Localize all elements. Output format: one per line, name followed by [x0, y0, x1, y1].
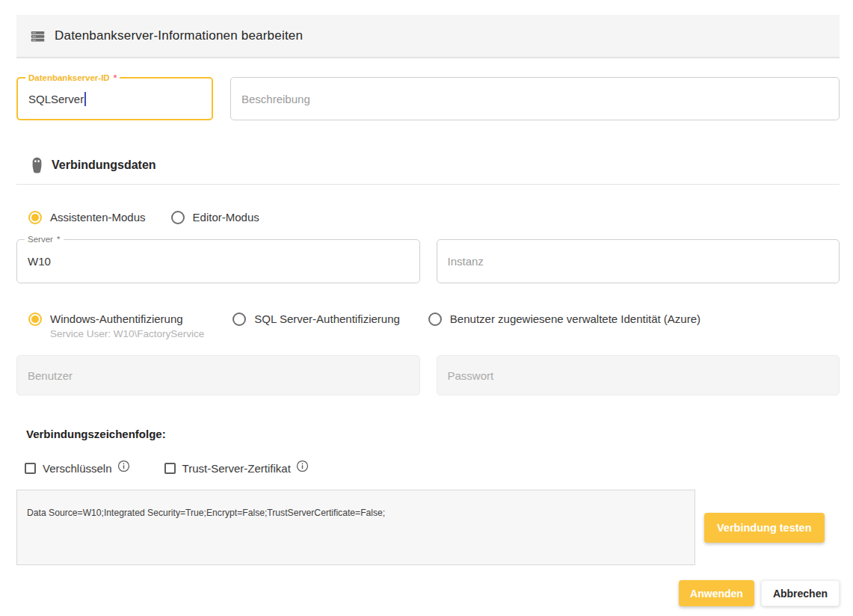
radio-label: Editor-Modus: [193, 210, 259, 224]
checkbox-box: [25, 463, 36, 474]
page-title: Datenbankserver-Informationen bearbeiten: [55, 28, 303, 43]
radio-editor-mode[interactable]: Editor-Modus: [171, 210, 259, 224]
radio-circle: [171, 211, 185, 224]
checkbox-label: Trust-Server-Zertifikat: [182, 462, 291, 475]
service-user-subtext: Service User: W10\FactoryService: [50, 327, 204, 341]
description-field[interactable]: Beschreibung: [230, 77, 840, 120]
radio-circle: [428, 312, 442, 326]
storage-icon: [30, 28, 46, 44]
server-value: W10: [28, 255, 51, 268]
database-server-id-label: Datenbankserver-ID: [28, 73, 110, 82]
password-placeholder: Passwort: [448, 369, 494, 382]
radio-circle: [28, 211, 42, 224]
user-field: Benutzer: [16, 355, 420, 395]
section-title-connection-data: Verbindungsdaten: [52, 158, 156, 172]
instance-placeholder: Instanz: [448, 255, 484, 268]
info-icon[interactable]: [296, 460, 309, 472]
radio-azure-managed-identity[interactable]: Benutzer zugewiesene verwaltete Identitä…: [428, 312, 700, 326]
cancel-button[interactable]: Abbrechen: [761, 580, 840, 606]
checkbox-encrypt[interactable]: Verschlüsseln: [25, 460, 130, 477]
server-field[interactable]: Server * W10: [16, 239, 420, 283]
info-icon[interactable]: [117, 460, 130, 472]
radio-label: Windows-Authentifizierung: [50, 312, 204, 326]
user-placeholder: Benutzer: [28, 369, 73, 382]
radio-label: Benutzer zugewiesene verwaltete Identitä…: [450, 312, 700, 326]
connection-string-value: Data Source=W10;Integrated Security=True…: [27, 507, 619, 518]
checkbox-box: [164, 463, 176, 474]
instance-field[interactable]: Instanz: [437, 239, 840, 283]
text-caret: [84, 92, 86, 106]
radio-assistant-mode[interactable]: Assistenten-Modus: [28, 210, 146, 224]
radio-label: SQL Server-Authentifizierung: [254, 312, 400, 326]
required-asterisk: *: [57, 235, 60, 244]
database-server-id-value: SQLServer: [28, 93, 84, 105]
connection-string-box: Data Source=W10;Integrated Security=True…: [16, 490, 695, 565]
checkbox-trust-server-certificate[interactable]: Trust-Server-Zertifikat: [164, 460, 309, 477]
test-connection-button[interactable]: Verbindung testen: [704, 513, 825, 543]
description-placeholder: Beschreibung: [241, 93, 310, 105]
connection-string-options: Verschlüsseln Trust-Server-Zertifikat: [16, 460, 840, 477]
radio-windows-auth[interactable]: Windows-Authentifizierung Service User: …: [28, 312, 204, 341]
checkbox-label: Verschlüsseln: [43, 462, 112, 475]
dialog-header: Datenbankserver-Informationen bearbeiten: [16, 15, 840, 58]
section-divider: [16, 184, 840, 185]
auth-radio-group: Windows-Authentifizierung Service User: …: [16, 312, 840, 341]
usb-plug-icon: [30, 156, 44, 174]
connection-string-label: Verbindungszeichenfolge:: [16, 428, 840, 440]
password-field: Passwort: [437, 355, 840, 395]
apply-button[interactable]: Anwenden: [679, 580, 754, 606]
radio-circle: [28, 312, 42, 326]
server-label: Server: [28, 235, 53, 244]
mode-radio-group: Assistenten-Modus Editor-Modus: [16, 210, 840, 224]
radio-circle: [233, 312, 246, 326]
radio-label: Assistenten-Modus: [50, 210, 146, 224]
database-server-id-field[interactable]: Datenbankserver-ID * SQLServer: [16, 77, 213, 120]
required-asterisk: *: [114, 73, 117, 82]
radio-sql-server-auth[interactable]: SQL Server-Authentifizierung: [233, 312, 400, 326]
